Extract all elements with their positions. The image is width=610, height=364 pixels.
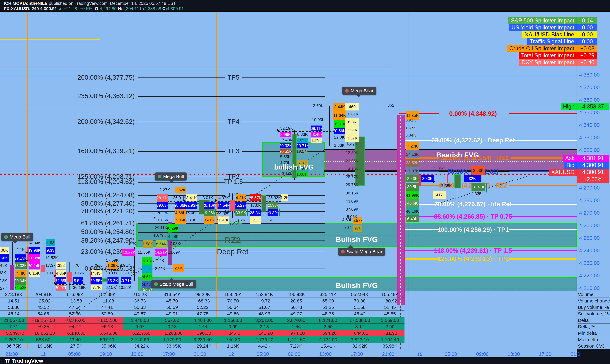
table-cell: 51.25	[312, 304, 344, 311]
table-cell: 2,736.40	[248, 336, 280, 343]
table-cell: −34.22K	[123, 343, 157, 350]
table-cell: −694.20	[312, 330, 344, 337]
table-cell: −68.33	[188, 298, 217, 304]
table-cell: 552.94K	[344, 291, 376, 298]
time-tick[interactable]: 21:0	[571, 351, 580, 357]
volume-box: 20.33K	[268, 202, 278, 209]
fib-right-label-6: 88.60% (4,266.85) · TP 0.75	[434, 213, 512, 220]
time-tick[interactable]: 12	[229, 351, 234, 357]
table-cell: 152.84K	[248, 291, 280, 298]
signal-tooltip-mega-bull[interactable]: Mega Bull	[1, 233, 33, 241]
time-tick[interactable]: 05:00	[445, 351, 457, 357]
time-tick[interactable]: 21:00	[5, 351, 18, 357]
symbol-name[interactable]: FX:XAUUSD, 240	[4, 6, 39, 11]
table-cell: 196.93K	[280, 291, 312, 298]
spillover-label-3: Traffic Signal Line	[527, 38, 577, 45]
table-cell: 47.64	[59, 304, 91, 311]
table-cell: 49.66	[217, 310, 248, 317]
publish-header: ICHIMOKUontheNILE published on TradingVi…	[0, 0, 610, 12]
publish-line: ICHIMOKUontheNILE published on TradingVi…	[4, 1, 176, 6]
fib-left-label-1: 235.00% (4,363.12)	[77, 92, 135, 100]
open-value: 4,294.80	[100, 6, 117, 11]
time-tick[interactable]: 13:00	[131, 351, 143, 357]
table-cell: 4.42K	[248, 343, 280, 350]
badge-price: 4,300.91	[582, 162, 604, 169]
time-tick[interactable]: 11	[41, 351, 46, 357]
tradingview-logo-icon	[4, 358, 11, 364]
time-tick[interactable]: 15	[417, 351, 422, 357]
chart-rect-2	[41, 265, 45, 272]
volume-box: 23.53K	[406, 159, 419, 167]
table-cell: −6,645.30	[91, 330, 123, 337]
volume-box: 2.52K	[175, 187, 186, 193]
table-cell: −84.40	[217, 330, 248, 337]
publish-info: published on TradingView.com, December 1…	[48, 1, 176, 6]
table-row-label: Max delta	[578, 336, 610, 343]
fib-left-line-13	[138, 269, 325, 269]
volume-box: 68K	[0, 254, 9, 262]
spillover-value-0: 0.14	[577, 17, 597, 24]
signal-tooltip-mega-bear[interactable]: Mega Bear	[342, 87, 376, 95]
time-tick[interactable]: 05:00	[257, 351, 269, 357]
table-cell: 1,179.90	[157, 336, 188, 343]
signal-tooltip-scalp-mega-bear[interactable]: Scalp Mega Bear	[338, 248, 385, 256]
low-label: L:	[140, 6, 144, 11]
table-cell: 21,067.00	[0, 317, 27, 324]
table-cell: 1,704.40	[376, 336, 405, 343]
volume-box: 20.33K	[280, 143, 291, 148]
volume-box: 56.31K	[334, 120, 345, 128]
table-cell: 157.39K	[91, 291, 123, 298]
time-tick[interactable]: 09:00	[476, 351, 488, 357]
zone-label-3: Bearish FVG	[436, 151, 479, 159]
time-tick[interactable]: 21:00	[382, 351, 394, 357]
time-axis[interactable]: 21:001105:0009:0013:0017:0021:001205:000…	[0, 349, 577, 357]
table-cell: 3,239.40	[188, 336, 217, 343]
table-cell: 1,440.00	[123, 317, 157, 324]
volume-box: 18.41K	[472, 183, 485, 191]
price-line-value-bid: 4,300.91	[577, 162, 609, 169]
spillover-label-4: Crude Oil Spillover Impact	[507, 45, 577, 52]
spillover-value-2: 0.00	[577, 31, 597, 38]
volume-box: 7.27K	[406, 142, 419, 150]
time-tick[interactable]: 17:00	[351, 351, 363, 357]
marker-arrow-5: ►	[153, 215, 157, 220]
table-cell: 70.50	[217, 298, 248, 304]
time-tick[interactable]: 09:00	[100, 351, 112, 357]
time-tick[interactable]: 09:00	[288, 351, 300, 357]
volume-text: 4	[270, 218, 272, 222]
table-cell: 4,404.00	[188, 317, 217, 324]
volume-box: 469	[345, 103, 359, 110]
time-tick[interactable]: 17:00	[163, 351, 175, 357]
signal-tooltip-mega-bull[interactable]: Mega Bull	[155, 172, 187, 181]
table-cell: −27.5K	[59, 343, 91, 350]
volume-text: 33.55K	[217, 210, 230, 215]
time-tick[interactable]: 21:00	[194, 351, 206, 357]
price-tick: 4,210.00	[579, 285, 600, 291]
time-tick[interactable]: 13:00	[507, 351, 520, 357]
spillover-value-5: −0.29	[577, 52, 597, 59]
volume-text: 7.3K	[0, 278, 7, 283]
volume-text: 2.1K	[16, 247, 25, 252]
volume-box: 4.86K	[56, 270, 66, 277]
chart-rect-25	[486, 183, 487, 193]
fib-right-line-9b	[509, 258, 577, 260]
tradingview-logo-text: TradingView	[12, 358, 43, 364]
volume-text: 7.93K	[170, 241, 180, 246]
table-cell: 36.75K	[0, 343, 27, 350]
time-tick[interactable]: 17:00	[539, 351, 551, 357]
zone-label-4: RZ2	[224, 235, 241, 245]
fib-left-line-5a	[138, 182, 225, 182]
table-cell: 52.36	[59, 310, 91, 317]
time-tick[interactable]: 05:00	[68, 351, 81, 357]
signal-tooltip-scalp-mega-bull[interactable]: Scalp Mega Bull	[151, 280, 196, 288]
volume-box: 70.56K	[334, 128, 345, 134]
table-cell: 215.2K	[123, 291, 157, 298]
volume-text: 13.79K	[153, 233, 166, 238]
fib-right-label-5: 78.00% (4,276.67) · lite Ret	[434, 201, 512, 208]
volume-text: 8.83K	[297, 132, 308, 137]
table-cell: −13.58	[59, 298, 91, 304]
tradingview-logo[interactable]: TradingView	[4, 358, 43, 364]
table-cell: 48.93	[248, 310, 280, 317]
time-tick[interactable]: 13:00	[319, 351, 332, 357]
table-row-label: Sell volume, %	[578, 310, 610, 317]
